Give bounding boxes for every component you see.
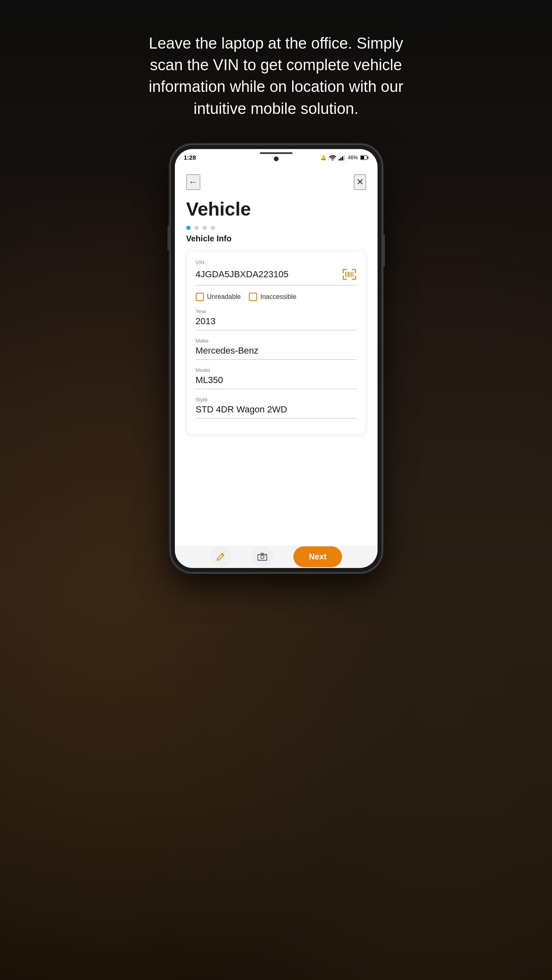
top-nav: ← ✕ — [186, 174, 366, 190]
year-field-group: Year 2013 — [196, 308, 357, 330]
battery-icon — [360, 155, 369, 160]
bottom-toolbar: Next — [175, 546, 378, 568]
style-label: Style — [196, 396, 357, 403]
status-time: 1:28 — [184, 154, 196, 161]
header-text: Leave the laptop at the office. Simply s… — [92, 0, 460, 144]
step-dot-1 — [186, 226, 190, 230]
svg-rect-12 — [353, 272, 353, 277]
section-title: Vehicle Info — [186, 234, 366, 243]
page-title: Vehicle — [186, 198, 366, 220]
make-label: Make — [196, 338, 357, 344]
make-value[interactable]: Mercedes-Benz — [196, 345, 357, 360]
spacer — [186, 434, 366, 443]
style-value[interactable]: STD 4DR Wagon 2WD — [196, 404, 357, 419]
svg-rect-1 — [340, 158, 342, 160]
step-dot-2 — [194, 226, 199, 230]
phone-device: 1:28 🔔 46% — [170, 144, 382, 573]
edit-button[interactable] — [210, 546, 231, 567]
svg-rect-2 — [342, 156, 343, 160]
camera-icon — [257, 552, 267, 561]
power-button — [383, 234, 385, 267]
model-field-group: Model ML350 — [196, 367, 357, 389]
status-icons: 🔔 46% — [320, 155, 368, 160]
svg-rect-3 — [344, 155, 345, 160]
step-dot-3 — [203, 226, 207, 230]
step-dot-4 — [211, 226, 215, 230]
vin-field-group: VIN 4JGDA5JBXDA223105 — [196, 259, 357, 285]
unreadable-label: Unreadable — [207, 293, 241, 301]
vin-label: VIN — [196, 259, 357, 265]
svg-point-13 — [261, 555, 264, 559]
alarm-icon: 🔔 — [320, 155, 326, 160]
inaccessible-checkbox-box[interactable] — [249, 293, 257, 301]
form-card: VIN 4JGDA5JBXDA223105 — [186, 251, 366, 434]
barcode-scan-icon[interactable] — [342, 267, 357, 282]
close-button[interactable]: ✕ — [354, 174, 366, 190]
battery-text: 46% — [348, 155, 358, 160]
svg-rect-8 — [347, 272, 347, 277]
phone-screen: 1:28 🔔 46% — [175, 149, 378, 568]
svg-rect-11 — [351, 272, 352, 277]
front-camera — [274, 156, 279, 161]
svg-rect-6 — [361, 156, 364, 159]
next-button[interactable]: Next — [293, 546, 342, 567]
make-field-group: Make Mercedes-Benz — [196, 338, 357, 360]
back-button[interactable]: ← — [186, 174, 200, 190]
style-field-group: Style STD 4DR Wagon 2WD — [196, 396, 357, 419]
year-value[interactable]: 2013 — [196, 316, 357, 330]
checkbox-row: Unreadable Inaccessible — [196, 293, 357, 301]
pencil-icon — [216, 552, 225, 561]
model-label: Model — [196, 367, 357, 373]
camera-button[interactable] — [252, 546, 273, 567]
year-label: Year — [196, 308, 357, 314]
inaccessible-checkbox[interactable]: Inaccessible — [249, 293, 296, 301]
step-dots — [186, 226, 366, 230]
svg-point-14 — [265, 555, 266, 556]
inaccessible-label: Inaccessible — [260, 293, 296, 301]
svg-rect-7 — [345, 272, 346, 277]
model-value[interactable]: ML350 — [196, 375, 357, 389]
vin-value[interactable]: 4JGDA5JBXDA223105 — [196, 269, 288, 280]
svg-rect-10 — [350, 272, 351, 277]
svg-rect-5 — [367, 156, 368, 158]
svg-rect-0 — [339, 159, 340, 160]
wifi-icon — [329, 155, 336, 160]
app-content: ← ✕ Vehicle Vehicle Info — [175, 166, 378, 546]
phone-container: 1:28 🔔 46% — [170, 144, 382, 573]
svg-rect-9 — [348, 272, 349, 277]
signal-icon — [339, 155, 345, 160]
unreadable-checkbox[interactable]: Unreadable — [196, 293, 241, 301]
vin-value-row: 4JGDA5JBXDA223105 — [196, 267, 357, 285]
speaker — [260, 152, 293, 154]
unreadable-checkbox-box[interactable] — [196, 293, 204, 301]
